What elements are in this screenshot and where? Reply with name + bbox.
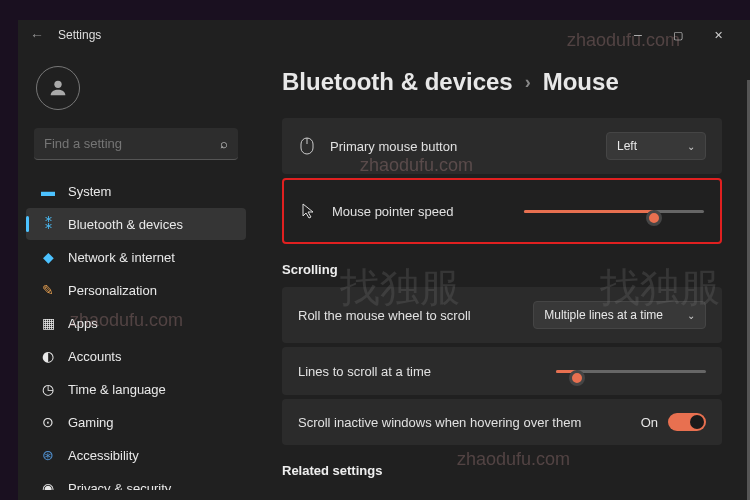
- minimize-button[interactable]: ─: [618, 21, 658, 49]
- scrolling-section-title: Scrolling: [282, 262, 722, 277]
- apps-icon: ▦: [40, 315, 56, 331]
- gaming-icon: ⊙: [40, 414, 56, 430]
- inactive-scroll-toggle[interactable]: [668, 413, 706, 431]
- nav-gaming[interactable]: ⊙Gaming: [26, 406, 246, 438]
- cursor-icon: [300, 202, 318, 220]
- nav-system[interactable]: ▬System: [26, 175, 246, 207]
- accounts-icon: ◐: [40, 348, 56, 364]
- accessibility-icon: ⊛: [40, 447, 56, 463]
- clock-icon: ◷: [40, 381, 56, 397]
- window-title: Settings: [58, 28, 618, 42]
- lines-scroll-slider[interactable]: [556, 361, 706, 381]
- nav-network[interactable]: ◆Network & internet: [26, 241, 246, 273]
- primary-button-dropdown[interactable]: Left ⌄: [606, 132, 706, 160]
- chevron-right-icon: ›: [525, 72, 531, 93]
- back-button[interactable]: ←: [30, 27, 44, 43]
- wifi-icon: ◆: [40, 249, 56, 265]
- wheel-scroll-dropdown[interactable]: Multiple lines at a time ⌄: [533, 301, 706, 329]
- row-pointer-speed: Mouse pointer speed: [282, 178, 722, 244]
- nav-privacy[interactable]: ◉Privacy & security: [26, 472, 246, 490]
- search-input[interactable]: [44, 136, 220, 151]
- bluetooth-icon: ⁑: [40, 216, 56, 232]
- brush-icon: ✎: [40, 282, 56, 298]
- row-lines-scroll: Lines to scroll at a time: [282, 347, 722, 395]
- maximize-button[interactable]: ▢: [658, 21, 698, 49]
- row-primary-button: Primary mouse button Left ⌄: [282, 118, 722, 174]
- breadcrumb-parent[interactable]: Bluetooth & devices: [282, 68, 513, 96]
- breadcrumb-current: Mouse: [543, 68, 619, 96]
- nav-bluetooth[interactable]: ⁑Bluetooth & devices: [26, 208, 246, 240]
- breadcrumb: Bluetooth & devices › Mouse: [282, 68, 722, 96]
- main-content: Bluetooth & devices › Mouse Primary mous…: [258, 50, 750, 500]
- mouse-icon: [298, 137, 316, 155]
- nav-apps[interactable]: ▦Apps: [26, 307, 246, 339]
- nav-personalization[interactable]: ✎Personalization: [26, 274, 246, 306]
- related-section-title: Related settings: [282, 463, 722, 478]
- shield-icon: ◉: [40, 480, 56, 490]
- row-wheel-scroll: Roll the mouse wheel to scroll Multiple …: [282, 287, 722, 343]
- search-box[interactable]: ⌕: [34, 128, 238, 160]
- close-button[interactable]: ✕: [698, 21, 738, 49]
- nav-accounts[interactable]: ◐Accounts: [26, 340, 246, 372]
- pointer-speed-slider[interactable]: [524, 201, 704, 221]
- svg-point-0: [54, 81, 61, 88]
- nav-accessibility[interactable]: ⊛Accessibility: [26, 439, 246, 471]
- avatar[interactable]: [36, 66, 80, 110]
- row-inactive-scroll: Scroll inactive windows when hovering ov…: [282, 399, 722, 445]
- nav-time[interactable]: ◷Time & language: [26, 373, 246, 405]
- sidebar: ⌕ ▬System ⁑Bluetooth & devices ◆Network …: [18, 50, 258, 500]
- chevron-down-icon: ⌄: [687, 141, 695, 152]
- chevron-down-icon: ⌄: [687, 310, 695, 321]
- search-icon: ⌕: [220, 136, 228, 151]
- titlebar: ← Settings ─ ▢ ✕: [18, 20, 750, 50]
- system-icon: ▬: [40, 183, 56, 199]
